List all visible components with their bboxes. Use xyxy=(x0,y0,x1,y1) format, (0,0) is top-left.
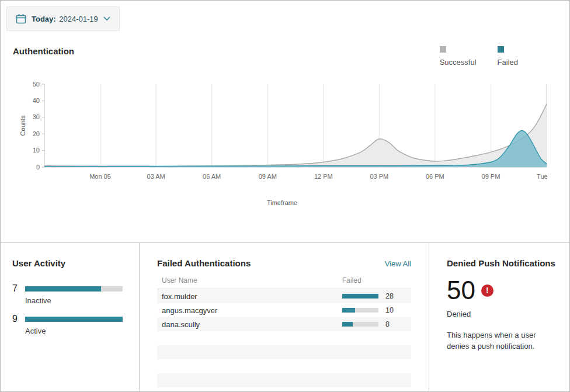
date-range-selector[interactable]: Today: 2024-01-19 xyxy=(6,6,120,31)
authentication-title: Authentication xyxy=(13,46,74,56)
legend-label-failed: Failed xyxy=(498,58,518,67)
svg-text:Mon 05: Mon 05 xyxy=(89,173,111,180)
legend-label-successful: Successful xyxy=(440,58,477,67)
svg-text:Tue 06: Tue 06 xyxy=(537,173,547,180)
legend-item-failed[interactable]: Failed xyxy=(498,46,518,67)
date-value: 2024-01-19 xyxy=(59,15,98,23)
user-activity-bar-fill xyxy=(25,286,101,292)
user-activity-count: 7 xyxy=(12,283,21,294)
legend-item-successful[interactable]: Successful xyxy=(440,46,477,67)
chart-y-axis-label: Counts xyxy=(19,116,26,136)
table-row-empty xyxy=(157,331,411,345)
table-row-empty xyxy=(157,345,411,359)
user-activity-label: Inactive xyxy=(25,296,123,305)
authentication-chart: Counts Mon 0503 AM06 AM09 AM12 PM03 PM06… xyxy=(18,79,546,206)
failed-bar-fill xyxy=(342,322,353,327)
user-activity-title: User Activity xyxy=(12,258,123,268)
chart-x-axis-label: Timeframe xyxy=(18,199,546,206)
svg-text:20: 20 xyxy=(33,130,40,137)
table-header: User Name Failed xyxy=(157,276,411,289)
svg-text:03 PM: 03 PM xyxy=(370,173,388,180)
failed-bar xyxy=(342,322,378,327)
failed-bar-fill xyxy=(342,308,355,313)
user-activity-item: 9Active xyxy=(12,314,123,335)
svg-text:12 PM: 12 PM xyxy=(314,173,333,180)
svg-text:09 AM: 09 AM xyxy=(259,173,277,180)
authentication-chart-svg: Mon 0503 AM06 AM09 AM12 PM03 PM06 PM09 P… xyxy=(18,79,547,188)
svg-text:50: 50 xyxy=(33,81,40,88)
svg-text:0: 0 xyxy=(36,164,40,171)
dashboard-page: Today: 2024-01-19 Authentication Success… xyxy=(0,0,570,392)
user-activity-item: 7Inactive xyxy=(12,283,123,305)
calendar-icon xyxy=(16,13,26,24)
failed-bar-fill xyxy=(342,294,378,299)
failed-authentications-panel: Failed Authentications View All User Nam… xyxy=(139,243,429,391)
denied-push-title: Denied Push Notifications xyxy=(447,258,558,268)
authentication-section: Today: 2024-01-19 Authentication Success… xyxy=(1,1,569,242)
failed-bar xyxy=(342,294,378,299)
svg-text:03 AM: 03 AM xyxy=(147,173,165,180)
denied-description: This happens when a user denies a push n… xyxy=(447,330,558,352)
date-selector-text: Today: 2024-01-19 xyxy=(32,15,98,23)
user-activity-count: 9 xyxy=(12,314,21,324)
user-activity-bar-fill xyxy=(25,317,123,322)
svg-text:40: 40 xyxy=(33,97,40,104)
chevron-down-icon xyxy=(103,16,110,21)
failed-count-cell: 8 xyxy=(385,320,406,328)
failed-authentications-title: Failed Authentications xyxy=(157,258,251,268)
user-name-cell: dana.scully xyxy=(162,320,335,329)
denied-count-row: 50 ! xyxy=(447,277,558,303)
alert-icon: ! xyxy=(481,285,493,297)
failed-authentications-table: User Name Failed fox.mulder28angus.macgy… xyxy=(157,276,411,387)
failed-bar xyxy=(342,308,378,313)
table-row: dana.scully8 xyxy=(157,317,411,331)
failed-count-cell: 10 xyxy=(385,306,406,314)
user-activity-panel: User Activity 7Inactive9Active xyxy=(1,243,139,391)
svg-text:10: 10 xyxy=(33,147,40,154)
view-all-link[interactable]: View All xyxy=(385,259,411,268)
svg-text:09 PM: 09 PM xyxy=(482,173,501,180)
denied-label: Denied xyxy=(447,310,558,318)
user-name-cell: angus.macgyver xyxy=(162,306,335,315)
failed-authentications-header: Failed Authentications View All xyxy=(157,258,411,268)
table-body: fox.mulder28angus.macgyver10dana.scully8 xyxy=(157,289,411,387)
user-activity-bar xyxy=(25,317,123,322)
legend-swatch-failed xyxy=(498,46,504,53)
table-row-empty xyxy=(157,359,411,373)
column-header-user-name: User Name xyxy=(162,276,335,285)
date-prefix: Today: xyxy=(32,15,56,23)
bottom-panels: User Activity 7Inactive9Active Failed Au… xyxy=(1,242,569,391)
svg-text:30: 30 xyxy=(33,113,40,120)
denied-push-panel: Denied Push Notifications 50 ! Denied Th… xyxy=(429,243,569,391)
column-header-failed: Failed xyxy=(342,276,378,285)
table-row: fox.mulder28 xyxy=(157,289,411,303)
legend-swatch-successful xyxy=(440,46,446,53)
denied-count: 50 xyxy=(447,277,475,303)
failed-count-cell: 28 xyxy=(385,292,406,300)
chart-legend: Successful Failed xyxy=(440,46,518,67)
svg-text:06 PM: 06 PM xyxy=(426,173,444,180)
user-activity-bar xyxy=(25,286,123,292)
table-row: angus.macgyver10 xyxy=(157,303,411,317)
user-activity-list: 7Inactive9Active xyxy=(12,283,123,335)
svg-text:06 AM: 06 AM xyxy=(203,173,221,180)
user-name-cell: fox.mulder xyxy=(162,292,335,301)
authentication-header: Authentication Successful Failed xyxy=(1,31,569,67)
table-row-empty xyxy=(157,373,411,387)
user-activity-label: Active xyxy=(25,327,123,335)
